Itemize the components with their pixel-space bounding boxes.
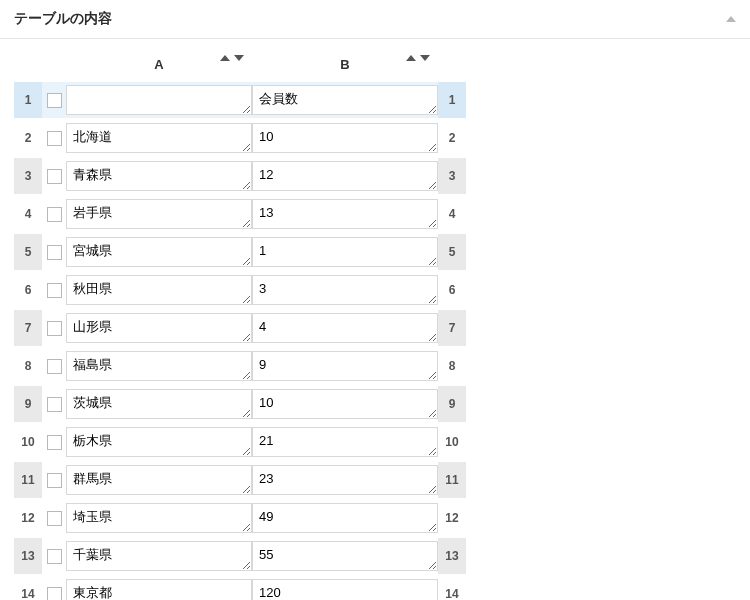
cell-a-input[interactable] [66, 389, 252, 419]
cell-a [66, 196, 252, 232]
collapse-toggle-icon[interactable] [726, 16, 736, 22]
cell-b [252, 348, 438, 384]
row-number-right[interactable]: 8 [438, 348, 466, 384]
sort-asc-b-icon[interactable] [406, 55, 416, 61]
column-header-a[interactable]: A [66, 53, 252, 80]
cell-b [252, 424, 438, 460]
cell-a-input[interactable] [66, 351, 252, 381]
row-number-left[interactable]: 12 [14, 500, 42, 536]
row-number-right[interactable]: 7 [438, 310, 466, 346]
table-row: 77 [14, 310, 466, 346]
row-number-left[interactable]: 2 [14, 120, 42, 156]
row-number-right[interactable]: 13 [438, 538, 466, 574]
row-number-right[interactable]: 11 [438, 462, 466, 498]
cell-a-input[interactable] [66, 85, 252, 115]
column-header-a-label: A [154, 57, 163, 72]
sort-asc-a-icon[interactable] [220, 55, 230, 61]
cell-b-input[interactable] [252, 351, 438, 381]
row-checkbox[interactable] [47, 207, 62, 222]
cell-b [252, 158, 438, 194]
row-number-left[interactable]: 5 [14, 234, 42, 270]
cell-a-input[interactable] [66, 199, 252, 229]
row-number-left[interactable]: 14 [14, 576, 42, 600]
row-checkbox[interactable] [47, 169, 62, 184]
cell-b-input[interactable] [252, 237, 438, 267]
cell-a [66, 348, 252, 384]
sort-controls-b [406, 55, 430, 61]
row-checkbox[interactable] [47, 473, 62, 488]
row-number-right[interactable]: 4 [438, 196, 466, 232]
cell-a-input[interactable] [66, 503, 252, 533]
row-checkbox[interactable] [47, 435, 62, 450]
table-wrap: A B 112233445566778899101011111212131314… [0, 39, 750, 600]
cell-a [66, 500, 252, 536]
row-checkbox[interactable] [47, 283, 62, 298]
cell-a-input[interactable] [66, 465, 252, 495]
row-number-right[interactable]: 5 [438, 234, 466, 270]
row-number-right[interactable]: 9 [438, 386, 466, 422]
cell-b-input[interactable] [252, 503, 438, 533]
cell-a-input[interactable] [66, 313, 252, 343]
row-checkbox[interactable] [47, 321, 62, 336]
row-number-right[interactable]: 1 [438, 82, 466, 118]
row-number-left[interactable]: 9 [14, 386, 42, 422]
row-number-left[interactable]: 7 [14, 310, 42, 346]
cell-b-input[interactable] [252, 199, 438, 229]
row-checkbox[interactable] [47, 549, 62, 564]
row-number-left[interactable]: 8 [14, 348, 42, 384]
row-number-right[interactable]: 10 [438, 424, 466, 460]
cell-b-input[interactable] [252, 579, 438, 600]
row-number-left[interactable]: 13 [14, 538, 42, 574]
row-checkbox-cell [42, 538, 66, 574]
row-number-left[interactable]: 1 [14, 82, 42, 118]
row-checkbox[interactable] [47, 131, 62, 146]
cell-a-input[interactable] [66, 123, 252, 153]
cell-b-input[interactable] [252, 427, 438, 457]
cell-b-input[interactable] [252, 161, 438, 191]
row-number-left[interactable]: 6 [14, 272, 42, 308]
row-checkbox-cell [42, 158, 66, 194]
cell-b-input[interactable] [252, 85, 438, 115]
row-checkbox[interactable] [47, 511, 62, 526]
cell-b-input[interactable] [252, 389, 438, 419]
row-checkbox-cell [42, 348, 66, 384]
cell-a-input[interactable] [66, 275, 252, 305]
table-row: 11 [14, 82, 466, 118]
row-checkbox[interactable] [47, 397, 62, 412]
row-checkbox-cell [42, 462, 66, 498]
row-checkbox[interactable] [47, 587, 62, 600]
row-number-right[interactable]: 12 [438, 500, 466, 536]
column-header-row: A B [14, 53, 466, 80]
sort-desc-a-icon[interactable] [234, 55, 244, 61]
row-number-left[interactable]: 11 [14, 462, 42, 498]
cell-b-input[interactable] [252, 275, 438, 305]
cell-a-input[interactable] [66, 237, 252, 267]
row-number-right[interactable]: 3 [438, 158, 466, 194]
sort-desc-b-icon[interactable] [420, 55, 430, 61]
corner-spacer-left [14, 53, 42, 80]
row-checkbox-cell [42, 386, 66, 422]
row-number-right[interactable]: 6 [438, 272, 466, 308]
table-content-panel: テーブルの内容 A B [0, 0, 750, 600]
row-number-right[interactable]: 2 [438, 120, 466, 156]
row-checkbox[interactable] [47, 245, 62, 260]
cell-b [252, 538, 438, 574]
cell-a-input[interactable] [66, 579, 252, 600]
row-number-left[interactable]: 10 [14, 424, 42, 460]
row-number-left[interactable]: 3 [14, 158, 42, 194]
row-checkbox[interactable] [47, 93, 62, 108]
cell-b-input[interactable] [252, 123, 438, 153]
cell-b-input[interactable] [252, 313, 438, 343]
row-checkbox-cell [42, 120, 66, 156]
cell-a [66, 386, 252, 422]
cell-b-input[interactable] [252, 541, 438, 571]
row-number-left[interactable]: 4 [14, 196, 42, 232]
table-row: 66 [14, 272, 466, 308]
row-number-right[interactable]: 14 [438, 576, 466, 600]
row-checkbox[interactable] [47, 359, 62, 374]
cell-a-input[interactable] [66, 427, 252, 457]
cell-b-input[interactable] [252, 465, 438, 495]
cell-a-input[interactable] [66, 541, 252, 571]
cell-a-input[interactable] [66, 161, 252, 191]
column-header-b[interactable]: B [252, 53, 438, 80]
